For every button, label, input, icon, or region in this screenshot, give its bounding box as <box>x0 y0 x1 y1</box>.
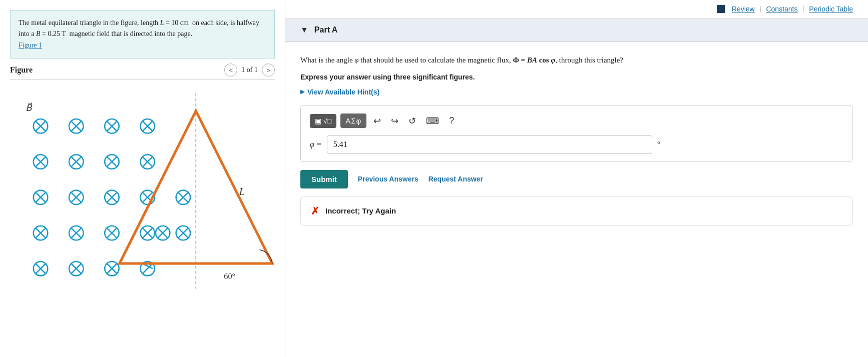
answer-input[interactable] <box>327 136 652 154</box>
book-icon <box>717 5 725 13</box>
right-panel: Review | Constants | Periodic Table ▼ Pa… <box>285 0 868 357</box>
problem-box: The metal equilateral triangle in the fi… <box>10 10 275 58</box>
question-text: What is the angle φ that should be used … <box>300 54 853 67</box>
previous-answers-link[interactable]: Previous Answers <box>358 175 418 183</box>
sqrt-icon: √□ <box>323 117 331 125</box>
figure-svg: L 60° B⃗ <box>10 85 275 294</box>
part-header: ▼ Part A <box>285 18 868 42</box>
action-row: Submit Previous Answers Request Answer <box>300 170 853 188</box>
svg-text:60°: 60° <box>224 272 235 281</box>
figure-link[interactable]: Figure 1 <box>19 42 42 49</box>
figure-header: Figure < 1 of 1 > <box>10 64 275 76</box>
figure-section: Figure < 1 of 1 > <box>0 58 285 300</box>
feedback-text: Incorrect; Try Again <box>325 206 396 215</box>
separator-2: | <box>803 5 804 13</box>
top-bar: Review | Constants | Periodic Table <box>285 0 868 18</box>
refresh-btn[interactable]: ↺ <box>405 114 419 128</box>
svg-text:L: L <box>239 186 245 197</box>
question-instruction: Express your answer using three signific… <box>300 73 853 81</box>
problem-text: The metal equilateral triangle in the fi… <box>19 19 259 38</box>
separator-1: | <box>760 5 761 13</box>
review-link[interactable]: Review <box>732 5 755 13</box>
answer-box: ▣ √□ ΑΣφ ↩ ↪ ↺ ⌨ ? φ = ° <box>300 105 853 162</box>
collapse-icon[interactable]: ▼ <box>300 26 308 34</box>
math-symbols-btn[interactable]: ΑΣφ <box>340 114 366 128</box>
constants-link[interactable]: Constants <box>766 5 797 13</box>
answer-toolbar: ▣ √□ ΑΣφ ↩ ↪ ↺ ⌨ ? <box>310 114 843 128</box>
keyboard-btn[interactable]: ⌨ <box>423 114 442 128</box>
figure-container: L 60° B⃗ <box>10 80 275 294</box>
periodic-table-link[interactable]: Periodic Table <box>809 5 853 13</box>
redo-btn[interactable]: ↪ <box>388 114 401 128</box>
feedback-box: ✗ Incorrect; Try Again <box>300 196 853 226</box>
input-row: φ = ° <box>310 136 843 154</box>
question-area: What is the angle φ that should be used … <box>285 42 868 238</box>
hint-link[interactable]: View Available Hint(s) <box>300 88 853 96</box>
figure-prev-btn[interactable]: < <box>224 64 237 76</box>
left-panel: The metal equilateral triangle in the fi… <box>0 0 285 357</box>
figure-page-indicator: 1 of 1 <box>241 66 258 74</box>
incorrect-icon: ✗ <box>311 205 319 217</box>
figure-title: Figure <box>10 66 33 74</box>
degree-symbol: ° <box>657 140 660 149</box>
template-btn[interactable]: ▣ √□ <box>310 114 336 128</box>
hint-row: View Available Hint(s) <box>300 88 853 96</box>
help-btn[interactable]: ? <box>446 114 457 128</box>
phi-label: φ = <box>310 140 322 149</box>
figure-next-btn[interactable]: > <box>262 64 275 76</box>
template-icon: ▣ <box>315 117 321 125</box>
figure-nav: < 1 of 1 > <box>224 64 275 76</box>
part-title: Part A <box>314 26 338 34</box>
request-answer-link[interactable]: Request Answer <box>428 175 483 183</box>
svg-text:B⃗: B⃗ <box>26 102 33 113</box>
undo-btn[interactable]: ↩ <box>370 114 384 128</box>
submit-btn[interactable]: Submit <box>300 170 348 188</box>
